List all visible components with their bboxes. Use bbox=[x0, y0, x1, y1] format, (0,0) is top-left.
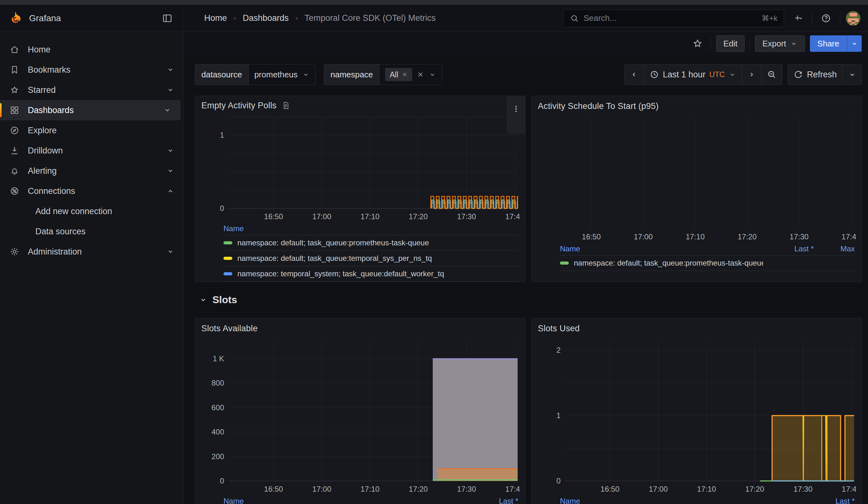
legend-row[interactable]: namespace: default; task_queue:temporal_… bbox=[224, 251, 518, 266]
row-slots-toggle[interactable]: Slots bbox=[199, 290, 862, 309]
legend-column[interactable]: Max bbox=[814, 245, 855, 253]
chevron-down-icon[interactable] bbox=[166, 65, 175, 74]
sidebar-item-add-new-connection[interactable]: Add new connection bbox=[0, 201, 184, 222]
chevron-down-icon bbox=[728, 71, 736, 78]
svg-text:16:50: 16:50 bbox=[601, 485, 620, 493]
sidebar-nav: HomeBookmarksStarredDashboardsExploreDri… bbox=[0, 32, 184, 504]
legend-column[interactable]: Last * bbox=[468, 497, 518, 504]
legend-header: NameLast * bbox=[560, 495, 855, 504]
svg-text:17:20: 17:20 bbox=[409, 485, 428, 493]
timeseries-chart[interactable]: 01216:5017:0017:1017:2017:3017:40 bbox=[538, 336, 855, 495]
namespace-label: namespace bbox=[324, 64, 379, 85]
gear-icon bbox=[9, 247, 20, 257]
namespace-variable: namespace All bbox=[324, 64, 442, 85]
panel-menu-button[interactable] bbox=[507, 96, 525, 134]
panel-title[interactable]: Slots Available bbox=[202, 324, 258, 333]
zoom-out-button[interactable] bbox=[761, 64, 782, 85]
sidebar-item-label: Bookmarks bbox=[28, 65, 166, 75]
legend-row[interactable]: namespace: default; task_queue:prometheu… bbox=[560, 256, 855, 271]
timeseries-chart[interactable]: 02004006008001 K16:5017:0017:1017:2017:3… bbox=[202, 336, 519, 495]
time-back-button[interactable] bbox=[624, 64, 643, 85]
sidebar-item-connections[interactable]: Connections bbox=[0, 181, 184, 201]
svg-text:17:40: 17:40 bbox=[505, 485, 519, 493]
svg-text:17:30: 17:30 bbox=[457, 212, 476, 221]
legend-column-name[interactable]: Name bbox=[224, 497, 244, 504]
dock-menu-icon[interactable] bbox=[159, 10, 175, 27]
legend-column[interactable]: Last * bbox=[804, 497, 855, 504]
datasource-select[interactable]: prometheus bbox=[248, 64, 315, 85]
timezone-label: UTC bbox=[709, 70, 725, 79]
series-label[interactable]: namespace: default; task_queue:prometheu… bbox=[237, 238, 429, 247]
legend-row[interactable]: namespace: temporal_system; task_queue:d… bbox=[224, 266, 518, 282]
series-label[interactable]: namespace: temporal_system; task_queue:d… bbox=[237, 269, 444, 278]
namespace-chip-all[interactable]: All bbox=[385, 68, 412, 81]
time-range-picker[interactable]: Last 1 hour UTC bbox=[643, 64, 742, 85]
edit-button[interactable]: Edit bbox=[716, 35, 745, 52]
grid-icon bbox=[9, 105, 20, 115]
chevron-up-icon[interactable] bbox=[166, 187, 175, 195]
refresh-button[interactable]: Refresh bbox=[788, 64, 843, 85]
sidebar-item-home[interactable]: Home bbox=[0, 40, 184, 60]
sidebar-item-explore[interactable]: Explore bbox=[0, 120, 184, 141]
chip-close-icon[interactable] bbox=[402, 71, 408, 78]
share-chevron-icon[interactable] bbox=[847, 35, 862, 52]
sidebar-item-label: Drilldown bbox=[28, 146, 166, 156]
chevron-down-icon[interactable] bbox=[166, 166, 175, 175]
search-icon bbox=[570, 13, 579, 23]
chevron-down-icon[interactable] bbox=[166, 85, 175, 94]
export-button[interactable]: Export bbox=[755, 35, 805, 52]
share-button[interactable]: Share bbox=[810, 35, 847, 52]
svg-text:17:20: 17:20 bbox=[409, 212, 428, 221]
panel-title[interactable]: Empty Activity Polls bbox=[202, 101, 277, 111]
add-new-button[interactable] bbox=[790, 10, 806, 27]
search-shortcut: ⌘+k bbox=[762, 14, 777, 23]
legend-column-name[interactable]: Name bbox=[560, 245, 580, 253]
panel-slots-available: Slots Available 02004006008001 K16:5017:… bbox=[195, 318, 526, 504]
sidebar-item-starred[interactable]: Starred bbox=[0, 80, 184, 100]
legend-column-name[interactable]: Name bbox=[224, 224, 244, 233]
chevron-down-icon[interactable] bbox=[163, 106, 172, 115]
breadcrumb-item[interactable]: Dashboards bbox=[243, 13, 289, 23]
sidebar-item-dashboards[interactable]: Dashboards bbox=[0, 100, 180, 120]
chevron-down-icon[interactable] bbox=[166, 247, 175, 256]
grafana-logo bbox=[8, 11, 23, 25]
help-icon[interactable] bbox=[818, 10, 834, 27]
sidebar-item-data-sources[interactable]: Data sources bbox=[0, 222, 184, 241]
panel-description-icon[interactable] bbox=[281, 101, 290, 110]
svg-text:17:40: 17:40 bbox=[505, 212, 519, 221]
panel-title[interactable]: Slots Used bbox=[538, 324, 580, 333]
sidebar-item-drilldown[interactable]: Drilldown bbox=[0, 141, 184, 161]
sidebar-item-alerting[interactable]: Alerting bbox=[0, 161, 184, 181]
legend-column[interactable]: Last * bbox=[763, 245, 814, 253]
sidebar-item-label: Home bbox=[28, 45, 175, 55]
chart-legend: Namenamespace: default; task_queue:prome… bbox=[224, 222, 518, 282]
drilldown-icon bbox=[9, 146, 20, 156]
namespace-select[interactable]: All bbox=[379, 64, 442, 85]
legend-row[interactable]: namespace: default; task_queue:prometheu… bbox=[224, 235, 518, 251]
bookmark-icon bbox=[9, 65, 20, 75]
timeseries-chart[interactable]: 0116:5017:0017:1017:2017:3017:40 bbox=[202, 112, 519, 222]
search-input[interactable]: Search... ⌘+k bbox=[563, 10, 784, 27]
legend-column-name[interactable]: Name bbox=[560, 497, 580, 504]
panel-title[interactable]: Activity Schedule To Start (p95) bbox=[538, 101, 659, 111]
svg-text:0: 0 bbox=[557, 476, 560, 485]
clock-icon bbox=[650, 70, 659, 79]
series-color-swatch bbox=[224, 241, 232, 245]
svg-text:17:30: 17:30 bbox=[794, 485, 813, 493]
refresh-interval-chevron[interactable] bbox=[843, 64, 862, 85]
clear-all-icon[interactable] bbox=[417, 71, 424, 78]
series-label[interactable]: namespace: default; task_queue:temporal_… bbox=[237, 254, 432, 263]
home-icon bbox=[9, 44, 20, 55]
chart-legend: NameLast *namespace: default; task_queue… bbox=[560, 495, 855, 504]
sidebar-item-bookmarks[interactable]: Bookmarks bbox=[0, 60, 184, 80]
favorite-star-icon[interactable] bbox=[689, 35, 706, 52]
sidebar-item-administration[interactable]: Administration bbox=[0, 241, 184, 262]
series-label[interactable]: namespace: default; task_queue:prometheu… bbox=[574, 259, 763, 267]
user-avatar[interactable] bbox=[846, 11, 860, 25]
timeseries-chart[interactable]: 16:5017:0017:1017:2017:3017:40 bbox=[538, 113, 855, 243]
chevron-down-icon[interactable] bbox=[166, 146, 175, 155]
svg-text:16:50: 16:50 bbox=[264, 212, 283, 221]
time-forward-button[interactable] bbox=[742, 64, 761, 85]
share-split-button[interactable]: Share bbox=[810, 35, 862, 52]
breadcrumb-item[interactable]: Home bbox=[204, 13, 227, 23]
